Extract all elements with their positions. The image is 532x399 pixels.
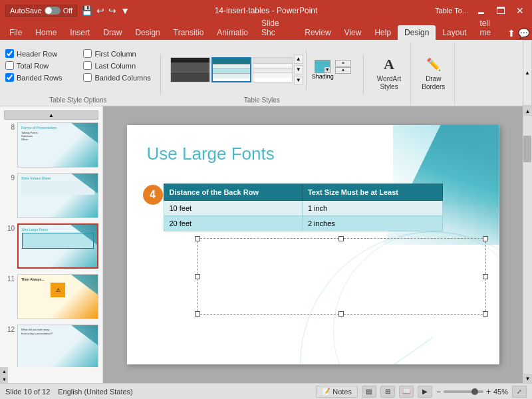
slide-thumb-12[interactable]: What did you take awayfrom today's prese… (17, 325, 98, 367)
zoom-out-button[interactable]: − (436, 387, 441, 396)
autosave-state: Off (63, 7, 72, 15)
slide-list: ▲ 8 Forms of Presentation Talking Points… (0, 106, 102, 367)
table-style-teal-selected[interactable] (211, 57, 251, 82)
customize-icon[interactable]: ▼ (120, 5, 130, 16)
notes-icon: 📝 (322, 388, 330, 395)
tab-home[interactable]: Home (29, 25, 63, 40)
wordart-styles-button[interactable]: A WordArtStyles (373, 53, 406, 94)
tab-table-layout[interactable]: Layout (436, 25, 473, 40)
table-header-col-1: Distance of the Back Row (164, 184, 302, 201)
slide-title: Use Large Fonts (147, 144, 275, 164)
ribbon-separator-1 (160, 55, 161, 94)
undo-icon[interactable]: ↩ (96, 5, 104, 16)
styles-scroll-down[interactable]: ▼ (294, 65, 303, 74)
autosave-dot (45, 7, 52, 14)
tab-animations[interactable]: Animatio (210, 25, 255, 40)
tab-table-design[interactable]: Design (398, 25, 436, 40)
comments-icon[interactable]: 💬 (518, 28, 529, 39)
collapse-ribbon-button[interactable]: ▲ (523, 40, 532, 106)
minimize-button[interactable]: 🗕 (473, 5, 488, 16)
tab-transitions[interactable]: Transitio (167, 25, 211, 40)
close-button[interactable]: ✕ (513, 5, 527, 16)
wordart-label: WordArtStyles (377, 75, 402, 91)
slide-item-8[interactable]: 8 Forms of Presentation Talking PointsHa… (3, 121, 100, 169)
status-right: 📝 Notes ▤ ⊞ 📖 ▶ − + 45% ⤢ (316, 386, 527, 398)
banded-rows-checkbox[interactable] (5, 73, 14, 82)
fit-slide-button[interactable]: ⤢ (512, 386, 527, 398)
slide-canvas: Use Large Fonts 4 (127, 125, 499, 364)
slide-item-11[interactable]: 11 Then Always... ⚠ (3, 273, 100, 321)
first-column-checkbox[interactable] (83, 49, 92, 58)
last-column-option: Last Column (83, 61, 150, 70)
tab-view[interactable]: View (338, 25, 368, 40)
slide-panel-scroll-down-btn[interactable]: ▼ (1, 375, 8, 383)
effects-bottom-button[interactable]: ✦ (335, 67, 351, 74)
slide-table-wrapper[interactable]: Distance of the Back Row Text Size Must … (164, 184, 443, 231)
redo-icon[interactable]: ↪ (108, 5, 116, 16)
table-row[interactable]: 20 feet 2 inches (164, 216, 442, 231)
slide-item-9[interactable]: 9 Slide Values Sheet (3, 172, 100, 219)
effects-top-button[interactable]: ≡ (335, 60, 351, 66)
slide-table[interactable]: Distance of the Back Row Text Size Must … (164, 184, 443, 231)
zoom-area: − + 45% (436, 387, 508, 396)
draw-borders-icon: ✏️ (424, 55, 443, 74)
share-icon[interactable]: ⬆ (507, 28, 515, 39)
header-row-checkbox[interactable] (5, 49, 14, 58)
slide-panel-scroll-up-btn[interactable]: ▲ (1, 367, 8, 375)
styles-scroll-more[interactable]: ▼ (294, 76, 303, 85)
reading-view-button[interactable]: 📖 (399, 386, 414, 398)
slide-panel-scroll-up[interactable]: ▲ (4, 110, 98, 120)
table-style-dark[interactable] (170, 57, 210, 82)
slide-thumb-11[interactable]: Then Always... ⚠ (17, 274, 98, 319)
last-column-checkbox[interactable] (83, 61, 92, 70)
shading-button[interactable]: ▼ Shading (312, 60, 334, 80)
table-style-light[interactable] (253, 57, 293, 82)
tab-tell-me[interactable]: tell me (473, 16, 507, 40)
banded-rows-label: Banded Rows (17, 74, 63, 82)
wordart-icon: A (380, 55, 398, 74)
shading-effects-group: ▼ Shading ≡ ✦ (309, 59, 354, 81)
right-scroll-down[interactable]: ▼ (523, 374, 532, 383)
tab-slide-show[interactable]: Slide Shc (255, 16, 298, 40)
tab-insert[interactable]: Insert (63, 25, 96, 40)
tab-review[interactable]: Review (298, 25, 337, 40)
slide-item-10[interactable]: 10 Use Large Fonts (3, 222, 100, 270)
status-left: Slide 10 of 12 English (United States) (5, 388, 308, 396)
zoom-in-button[interactable]: + (486, 387, 491, 396)
wordart-group: A WordArtStyles (368, 43, 412, 106)
autosave-button[interactable]: AutoSave Off (5, 5, 77, 17)
tab-design[interactable]: Design (128, 25, 166, 40)
wordart-content: A WordArtStyles (373, 44, 406, 102)
banded-columns-checkbox[interactable] (83, 73, 92, 82)
table-row[interactable]: 10 feet 1 inch (164, 201, 442, 216)
banded-columns-label: Banded Columns (94, 74, 150, 82)
slideshow-button[interactable]: ▶ (418, 386, 432, 398)
slide-item-12[interactable]: 12 What did you take awayfrom today's pr… (3, 323, 100, 367)
save-icon[interactable]: 💾 (81, 5, 92, 16)
bullet-badge: 4 (143, 185, 163, 205)
right-scroll-up[interactable]: ▲ (523, 106, 532, 116)
slide-sorter-button[interactable]: ⊞ (380, 386, 395, 398)
slide-thumb-10[interactable]: Use Large Fonts (17, 223, 98, 269)
autosave-toggle[interactable] (45, 7, 61, 15)
tab-file[interactable]: File (3, 25, 29, 40)
table-styles-scroll: ▲ ▼ ▼ (294, 55, 303, 85)
slide-panel-scrollbar[interactable]: ▲ ▼ (0, 367, 8, 383)
zoom-slider[interactable] (444, 390, 483, 393)
tab-draw[interactable]: Draw (96, 25, 128, 40)
slide-thumb-8[interactable]: Forms of Presentation Talking PointsHand… (17, 122, 98, 168)
table-styles-content: ▲ ▼ ▼ ▼ Shading ≡ ✦ (170, 44, 354, 95)
draw-borders-button[interactable]: ✏️ DrawBorders (418, 53, 449, 94)
styles-scroll-up[interactable]: ▲ (294, 55, 303, 64)
table-style-options-label: Table Style Options (5, 95, 151, 106)
slide-thumb-bg-9: Slide Values Sheet (18, 174, 98, 217)
bg-bottom-decor (300, 231, 499, 364)
zoom-thumb (471, 388, 478, 395)
maximize-button[interactable]: 🗖 (493, 5, 508, 16)
tab-help[interactable]: Help (368, 25, 398, 40)
normal-view-button[interactable]: ▤ (362, 386, 376, 398)
notes-button[interactable]: 📝 Notes (316, 386, 358, 398)
slide-thumb-9[interactable]: Slide Values Sheet (17, 173, 98, 218)
right-scrollbar[interactable]: ▲ ▼ (523, 106, 532, 383)
total-row-checkbox[interactable] (5, 61, 14, 70)
